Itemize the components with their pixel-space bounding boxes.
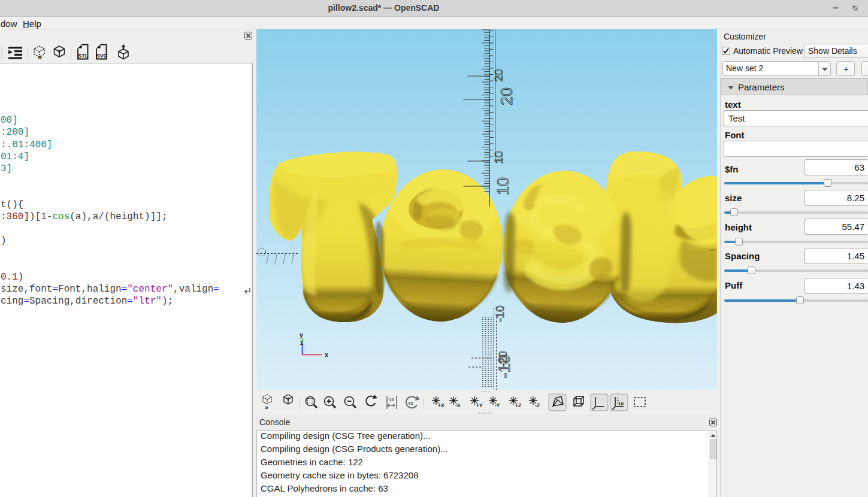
svg-text:20: 20 xyxy=(498,87,516,105)
svg-text:10: 10 xyxy=(494,177,512,195)
svg-text:z: z xyxy=(300,339,303,346)
svg-text:-10: -10 xyxy=(495,354,513,378)
svg-text:45: 45 xyxy=(408,401,413,406)
svg-text:10: 10 xyxy=(389,397,394,402)
svg-text:+Y: +Y xyxy=(476,402,483,408)
svg-text:STL: STL xyxy=(78,53,89,59)
svg-text:y: y xyxy=(300,331,303,338)
svg-text:10: 10 xyxy=(492,151,505,163)
svg-text:SVG: SVG xyxy=(96,53,107,59)
svg-text:-X: -X xyxy=(455,402,461,408)
svg-text:-10: -10 xyxy=(494,305,506,322)
svg-text:+Z: +Z xyxy=(515,402,521,408)
svg-text:20: 20 xyxy=(492,69,505,81)
svg-text:10: 10 xyxy=(618,401,624,407)
svg-text:»: » xyxy=(265,404,268,411)
svg-text:+X: +X xyxy=(438,402,444,408)
svg-text:-Z: -Z xyxy=(535,402,540,408)
svg-text:-Y: -Y xyxy=(495,402,500,408)
svg-text:x: x xyxy=(325,351,328,358)
svg-text:»: » xyxy=(38,52,42,60)
